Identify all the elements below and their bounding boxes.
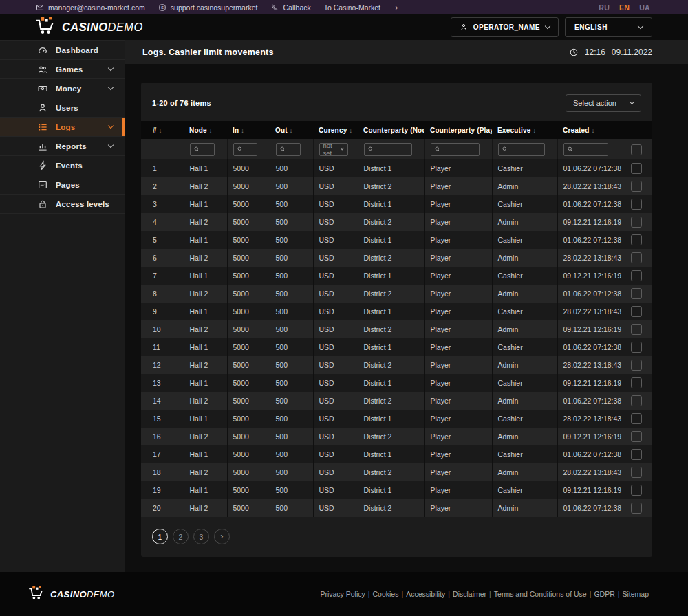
page-button-1[interactable]: 1 [152, 529, 168, 544]
lang-ua[interactable]: UA [639, 3, 650, 12]
select-action-dropdown[interactable]: Select action [566, 94, 641, 112]
cell-node: Hall 2 [184, 320, 227, 338]
footer-link-sitemap[interactable]: Sitemap [621, 590, 650, 598]
row-checkbox[interactable] [631, 377, 642, 388]
clock-icon [569, 47, 579, 57]
filter-search-counterparty-player[interactable] [431, 143, 480, 156]
row-checkbox[interactable] [631, 270, 642, 281]
callback-link[interactable]: Callback [270, 3, 310, 12]
column-header-in[interactable]: In↓ [227, 121, 270, 139]
row-checkbox[interactable] [631, 485, 642, 496]
search-icon [434, 143, 441, 155]
sidebar-item-games[interactable]: Games [0, 60, 125, 79]
row-checkbox[interactable] [631, 234, 642, 245]
cell-select [621, 463, 652, 481]
sidebar-item-dashboard[interactable]: Dashboard [0, 41, 125, 60]
filter-input-counterparty-node[interactable] [376, 146, 409, 153]
column-header-curency[interactable]: Curency↓ [313, 121, 358, 139]
row-checkbox[interactable] [631, 163, 642, 174]
sidebar-item-money[interactable]: Money [0, 79, 125, 98]
filter-select-curency[interactable]: not set [319, 143, 348, 156]
cell-created: 01.06.22 07:12:38 [557, 285, 621, 302]
sidebar-item-reports[interactable]: Reports [0, 137, 125, 156]
cell-counterparty-player: Player [424, 392, 492, 410]
row-checkbox[interactable] [631, 199, 642, 210]
logo-light: DEMO [108, 21, 143, 33]
row-checkbox[interactable] [631, 181, 642, 192]
table-row: 1Hall 15000500USDDistrict 1PlayerCashier… [141, 160, 652, 177]
sidebar-item-pages[interactable]: Pages [0, 175, 125, 195]
footer-link-gdpr[interactable]: GDPR [592, 590, 616, 598]
cell-select [621, 320, 652, 338]
sidebar-item-access-levels[interactable]: Access levels [0, 195, 125, 214]
filter-search-counterparty-node[interactable] [364, 143, 412, 156]
cell-out: 500 [270, 356, 313, 374]
cell-curency: USD [313, 356, 358, 374]
lang-en[interactable]: EN [619, 3, 630, 12]
cell-created: 09.12.21 12:16:19 [557, 374, 621, 392]
filter-input-out[interactable] [288, 146, 297, 153]
main-area: Logs. Cashier limit movements 12:16 09.1… [125, 40, 688, 572]
column-header-counterparty-node[interactable]: Counterparty (Node)↓ [358, 121, 424, 139]
row-checkbox[interactable] [631, 449, 642, 460]
row-checkbox[interactable] [631, 413, 642, 424]
cell-executive: Admin [492, 356, 557, 374]
column-header-executive[interactable]: Executive↓ [492, 121, 557, 139]
footer-link-privacy-policy[interactable]: Privacy Policy [319, 590, 366, 598]
next-page-button[interactable]: › [214, 529, 230, 544]
filter-input-node[interactable] [202, 146, 211, 153]
row-checkbox[interactable] [631, 217, 642, 228]
column-header-counterparty-player[interactable]: Counterparty (Player)↓ [424, 121, 492, 139]
filter-input-executive[interactable] [510, 146, 541, 153]
filter-search-created[interactable] [563, 143, 608, 156]
cell-curency: USD [313, 249, 358, 267]
page-button-2[interactable]: 2 [173, 529, 189, 544]
column-header-created[interactable]: Created↓ [557, 121, 621, 139]
row-checkbox[interactable] [631, 288, 642, 299]
row-checkbox[interactable] [631, 503, 642, 514]
lang-ru[interactable]: RU [599, 3, 610, 12]
column-header-node[interactable]: Node↓ [184, 121, 227, 139]
filter-search-node[interactable] [190, 143, 215, 156]
email-link[interactable]: manager@casino-market.com [36, 3, 145, 12]
row-checkbox[interactable] [631, 324, 642, 335]
footer-link-disclaimer[interactable]: Disclaimer [451, 590, 488, 598]
sort-icon: ↓ [241, 127, 244, 134]
column-label: Node [189, 126, 207, 134]
filter-search-executive[interactable] [498, 143, 545, 156]
row-checkbox[interactable] [631, 360, 642, 371]
column-header-out[interactable]: Out↓ [270, 121, 313, 139]
filter-search-in[interactable] [233, 143, 257, 156]
casino-market-link[interactable]: To Casino-Market ⟶ [324, 3, 398, 12]
cell-in: 5000 [227, 177, 270, 195]
cell-counterparty-node: District 1 [358, 267, 424, 285]
footer-link-terms-and-conditions-of-use[interactable]: Terms and Conditions of Use [493, 590, 588, 598]
column-header-number[interactable]: #↓ [141, 121, 184, 139]
filter-input-counterparty-player[interactable] [443, 146, 476, 153]
cell-executive: Cashier [492, 374, 557, 392]
support-link[interactable]: S support.casinosupermarket [158, 3, 258, 12]
row-checkbox[interactable] [631, 252, 642, 263]
table-row: 9Hall 15000500USDDistrict 1PlayerCashier… [141, 302, 652, 320]
language-select[interactable]: ENGLISH [565, 17, 652, 37]
sort-icon: ↓ [533, 127, 537, 134]
sidebar-item-logs[interactable]: Logs [0, 118, 125, 137]
page-button-3[interactable]: 3 [193, 529, 209, 544]
select-all-checkbox[interactable] [631, 144, 642, 155]
footer-link-accessibility[interactable]: Accessibility [405, 590, 447, 598]
filter-input-created[interactable] [576, 146, 605, 153]
operator-select[interactable]: OPERATOR_NAME [451, 17, 559, 37]
cell-number: 17 [141, 446, 184, 463]
row-checkbox[interactable] [631, 342, 642, 353]
row-checkbox[interactable] [631, 431, 642, 442]
sort-icon: ↓ [209, 127, 213, 134]
row-checkbox[interactable] [631, 467, 642, 478]
row-checkbox[interactable] [631, 306, 642, 317]
sidebar-item-events[interactable]: Events [0, 156, 125, 175]
sidebar-item-users[interactable]: Users [0, 98, 125, 118]
filter-search-out[interactable] [276, 143, 301, 156]
filter-input-in[interactable] [246, 146, 254, 153]
cell-counterparty-player: Player [424, 356, 492, 374]
footer-link-cookies[interactable]: Cookies [371, 590, 400, 598]
row-checkbox[interactable] [631, 395, 642, 406]
